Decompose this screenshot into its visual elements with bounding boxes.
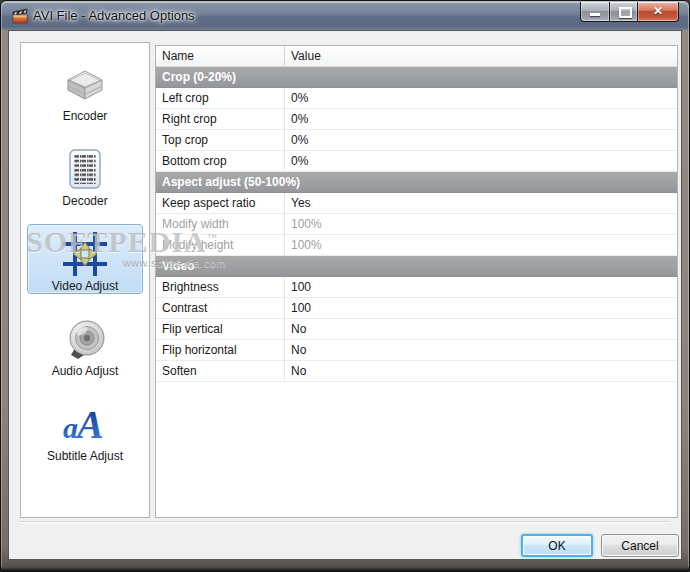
dialog-client-area: Encoder: [8, 30, 682, 560]
row-value: 100: [284, 298, 677, 318]
audio-adjust-icon: [61, 315, 109, 363]
table-row-contrast[interactable]: Contrast 100: [156, 298, 677, 319]
sidebar-item-label: Video Adjust: [52, 279, 119, 293]
row-name: Flip horizontal: [156, 340, 284, 360]
sidebar-item-encoder[interactable]: Encoder: [27, 54, 143, 124]
dialog-window: AVI File - Advanced Options ✕: [0, 0, 690, 572]
table-row-modify-height[interactable]: Modify height 100%: [156, 235, 677, 256]
row-value: 100: [284, 277, 677, 297]
table-row-brightness[interactable]: Brightness 100: [156, 277, 677, 298]
row-value: 100%: [284, 235, 677, 255]
ok-button[interactable]: OK: [521, 534, 593, 557]
sidebar-item-label: Decoder: [62, 194, 107, 208]
minimize-icon: [590, 13, 600, 16]
row-value: 0%: [284, 130, 677, 150]
screenshot: AVI File - Advanced Options ✕: [0, 0, 690, 572]
property-grid: Name Value Crop (0-20%) Left crop 0% Rig…: [155, 45, 678, 518]
section-header-crop: Crop (0-20%): [156, 67, 677, 88]
svg-text:A: A: [74, 402, 104, 447]
table-row-left-crop[interactable]: Left crop 0%: [156, 88, 677, 109]
close-button[interactable]: ✕: [638, 2, 679, 22]
svg-text:a: a: [63, 411, 78, 444]
close-icon: ✕: [638, 4, 678, 18]
row-name: Soften: [156, 361, 284, 381]
row-name: Right crop: [156, 109, 284, 129]
row-name: Contrast: [156, 298, 284, 318]
row-name: Brightness: [156, 277, 284, 297]
titlebar[interactable]: AVI File - Advanced Options ✕: [2, 2, 688, 30]
section-header-aspect-adjust: Aspect adjust (50-100%): [156, 172, 677, 193]
sidebar-item-label: Encoder: [63, 109, 108, 123]
window-title: AVI File - Advanced Options: [33, 8, 195, 23]
maximize-icon: [619, 7, 632, 18]
category-sidebar: Encoder: [20, 42, 150, 518]
row-name: Top crop: [156, 130, 284, 150]
app-clapperboard-icon: [12, 8, 28, 24]
minimize-button[interactable]: [580, 2, 609, 22]
sidebar-item-video-adjust[interactable]: Video Adjust: [27, 224, 143, 294]
row-value: Yes: [284, 193, 677, 213]
row-value: No: [284, 340, 677, 360]
cancel-button[interactable]: Cancel: [601, 534, 679, 557]
table-header: Name Value: [156, 46, 677, 67]
footer-separator: [20, 521, 669, 523]
row-name: Keep aspect ratio: [156, 193, 284, 213]
table-row-bottom-crop[interactable]: Bottom crop 0%: [156, 151, 677, 172]
row-value: 0%: [284, 109, 677, 129]
caption-buttons: ✕: [580, 2, 679, 22]
row-name: Bottom crop: [156, 151, 284, 171]
sidebar-item-label: Subtitle Adjust: [47, 449, 123, 463]
row-name: Flip vertical: [156, 319, 284, 339]
table-row-flip-horizontal[interactable]: Flip horizontal No: [156, 340, 677, 361]
maximize-button[interactable]: [609, 2, 638, 22]
sidebar-item-audio-adjust[interactable]: Audio Adjust: [27, 309, 143, 379]
row-name: Left crop: [156, 88, 284, 108]
table-row-keep-aspect-ratio[interactable]: Keep aspect ratio Yes: [156, 193, 677, 214]
row-value: 0%: [284, 151, 677, 171]
row-name: Modify height: [156, 235, 284, 255]
video-adjust-icon: [61, 230, 109, 278]
table-row-flip-vertical[interactable]: Flip vertical No: [156, 319, 677, 340]
row-value: 0%: [284, 88, 677, 108]
row-value: No: [284, 319, 677, 339]
table-row-top-crop[interactable]: Top crop 0%: [156, 130, 677, 151]
table-row-modify-width[interactable]: Modify width 100%: [156, 214, 677, 235]
decoder-icon: [61, 145, 109, 193]
encoder-icon: [61, 60, 109, 108]
sidebar-item-subtitle-adjust[interactable]: a A Subtitle Adjust: [27, 394, 143, 464]
table-row-soften[interactable]: Soften No: [156, 361, 677, 382]
table-row-right-crop[interactable]: Right crop 0%: [156, 109, 677, 130]
subtitle-adjust-icon: a A: [61, 400, 109, 448]
column-header-value: Value: [284, 46, 677, 66]
row-name: Modify width: [156, 214, 284, 234]
sidebar-item-decoder[interactable]: Decoder: [27, 139, 143, 209]
section-header-video: Video: [156, 256, 677, 277]
row-value: 100%: [284, 214, 677, 234]
row-value: No: [284, 361, 677, 381]
column-header-name: Name: [156, 46, 284, 66]
sidebar-item-label: Audio Adjust: [52, 364, 119, 378]
